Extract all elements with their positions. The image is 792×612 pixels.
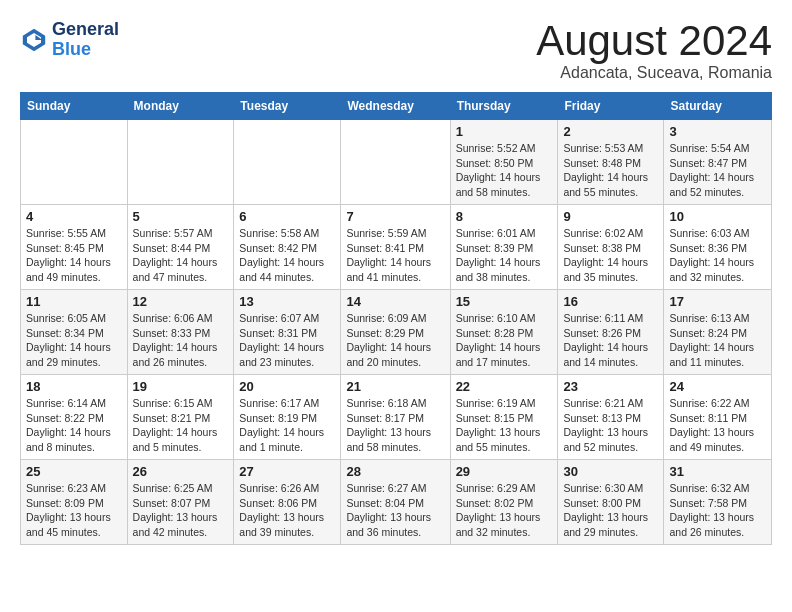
calendar-cell: 4Sunrise: 5:55 AM Sunset: 8:45 PM Daylig… <box>21 205 128 290</box>
day-info: Sunrise: 6:30 AM Sunset: 8:00 PM Dayligh… <box>563 481 658 540</box>
day-info: Sunrise: 6:29 AM Sunset: 8:02 PM Dayligh… <box>456 481 553 540</box>
day-info: Sunrise: 6:23 AM Sunset: 8:09 PM Dayligh… <box>26 481 122 540</box>
calendar-cell: 5Sunrise: 5:57 AM Sunset: 8:44 PM Daylig… <box>127 205 234 290</box>
calendar-table: SundayMondayTuesdayWednesdayThursdayFrid… <box>20 92 772 545</box>
logo-icon <box>20 26 48 54</box>
day-number: 10 <box>669 209 766 224</box>
day-number: 18 <box>26 379 122 394</box>
day-info: Sunrise: 6:05 AM Sunset: 8:34 PM Dayligh… <box>26 311 122 370</box>
calendar-cell: 27Sunrise: 6:26 AM Sunset: 8:06 PM Dayli… <box>234 460 341 545</box>
day-number: 6 <box>239 209 335 224</box>
calendar-cell: 26Sunrise: 6:25 AM Sunset: 8:07 PM Dayli… <box>127 460 234 545</box>
calendar-cell: 22Sunrise: 6:19 AM Sunset: 8:15 PM Dayli… <box>450 375 558 460</box>
calendar-week-row: 11Sunrise: 6:05 AM Sunset: 8:34 PM Dayli… <box>21 290 772 375</box>
day-number: 12 <box>133 294 229 309</box>
day-number: 22 <box>456 379 553 394</box>
page-header: General Blue August 2024 Adancata, Sucea… <box>20 20 772 82</box>
day-info: Sunrise: 6:11 AM Sunset: 8:26 PM Dayligh… <box>563 311 658 370</box>
calendar-cell: 6Sunrise: 5:58 AM Sunset: 8:42 PM Daylig… <box>234 205 341 290</box>
calendar-week-row: 25Sunrise: 6:23 AM Sunset: 8:09 PM Dayli… <box>21 460 772 545</box>
day-info: Sunrise: 5:55 AM Sunset: 8:45 PM Dayligh… <box>26 226 122 285</box>
calendar-cell: 14Sunrise: 6:09 AM Sunset: 8:29 PM Dayli… <box>341 290 450 375</box>
calendar-cell: 3Sunrise: 5:54 AM Sunset: 8:47 PM Daylig… <box>664 120 772 205</box>
weekday-header: Tuesday <box>234 93 341 120</box>
calendar-cell: 31Sunrise: 6:32 AM Sunset: 7:58 PM Dayli… <box>664 460 772 545</box>
calendar-cell: 15Sunrise: 6:10 AM Sunset: 8:28 PM Dayli… <box>450 290 558 375</box>
day-number: 31 <box>669 464 766 479</box>
calendar-cell <box>127 120 234 205</box>
calendar-cell: 23Sunrise: 6:21 AM Sunset: 8:13 PM Dayli… <box>558 375 664 460</box>
day-number: 27 <box>239 464 335 479</box>
calendar-cell <box>21 120 128 205</box>
calendar-cell: 10Sunrise: 6:03 AM Sunset: 8:36 PM Dayli… <box>664 205 772 290</box>
calendar-cell: 13Sunrise: 6:07 AM Sunset: 8:31 PM Dayli… <box>234 290 341 375</box>
calendar-cell: 1Sunrise: 5:52 AM Sunset: 8:50 PM Daylig… <box>450 120 558 205</box>
calendar-cell: 30Sunrise: 6:30 AM Sunset: 8:00 PM Dayli… <box>558 460 664 545</box>
day-info: Sunrise: 6:09 AM Sunset: 8:29 PM Dayligh… <box>346 311 444 370</box>
day-number: 29 <box>456 464 553 479</box>
day-number: 25 <box>26 464 122 479</box>
logo-text: General Blue <box>52 20 119 60</box>
day-info: Sunrise: 6:25 AM Sunset: 8:07 PM Dayligh… <box>133 481 229 540</box>
day-number: 7 <box>346 209 444 224</box>
day-info: Sunrise: 5:52 AM Sunset: 8:50 PM Dayligh… <box>456 141 553 200</box>
day-number: 5 <box>133 209 229 224</box>
day-number: 4 <box>26 209 122 224</box>
day-number: 20 <box>239 379 335 394</box>
day-info: Sunrise: 6:15 AM Sunset: 8:21 PM Dayligh… <box>133 396 229 455</box>
day-number: 30 <box>563 464 658 479</box>
weekday-header: Sunday <box>21 93 128 120</box>
title-block: August 2024 Adancata, Suceava, Romania <box>536 20 772 82</box>
day-number: 14 <box>346 294 444 309</box>
weekday-header: Monday <box>127 93 234 120</box>
day-number: 11 <box>26 294 122 309</box>
day-info: Sunrise: 5:57 AM Sunset: 8:44 PM Dayligh… <box>133 226 229 285</box>
calendar-cell: 28Sunrise: 6:27 AM Sunset: 8:04 PM Dayli… <box>341 460 450 545</box>
day-number: 2 <box>563 124 658 139</box>
day-info: Sunrise: 6:26 AM Sunset: 8:06 PM Dayligh… <box>239 481 335 540</box>
day-info: Sunrise: 6:10 AM Sunset: 8:28 PM Dayligh… <box>456 311 553 370</box>
calendar-week-row: 18Sunrise: 6:14 AM Sunset: 8:22 PM Dayli… <box>21 375 772 460</box>
calendar-week-row: 1Sunrise: 5:52 AM Sunset: 8:50 PM Daylig… <box>21 120 772 205</box>
calendar-cell: 9Sunrise: 6:02 AM Sunset: 8:38 PM Daylig… <box>558 205 664 290</box>
day-info: Sunrise: 6:18 AM Sunset: 8:17 PM Dayligh… <box>346 396 444 455</box>
day-number: 19 <box>133 379 229 394</box>
day-info: Sunrise: 6:21 AM Sunset: 8:13 PM Dayligh… <box>563 396 658 455</box>
day-number: 26 <box>133 464 229 479</box>
day-number: 8 <box>456 209 553 224</box>
calendar-cell: 24Sunrise: 6:22 AM Sunset: 8:11 PM Dayli… <box>664 375 772 460</box>
day-number: 28 <box>346 464 444 479</box>
weekday-header: Friday <box>558 93 664 120</box>
calendar-cell: 11Sunrise: 6:05 AM Sunset: 8:34 PM Dayli… <box>21 290 128 375</box>
calendar-cell: 19Sunrise: 6:15 AM Sunset: 8:21 PM Dayli… <box>127 375 234 460</box>
weekday-header: Saturday <box>664 93 772 120</box>
calendar-cell: 17Sunrise: 6:13 AM Sunset: 8:24 PM Dayli… <box>664 290 772 375</box>
day-info: Sunrise: 5:59 AM Sunset: 8:41 PM Dayligh… <box>346 226 444 285</box>
month-title: August 2024 <box>536 20 772 62</box>
day-info: Sunrise: 6:02 AM Sunset: 8:38 PM Dayligh… <box>563 226 658 285</box>
calendar-cell: 21Sunrise: 6:18 AM Sunset: 8:17 PM Dayli… <box>341 375 450 460</box>
calendar-cell: 20Sunrise: 6:17 AM Sunset: 8:19 PM Dayli… <box>234 375 341 460</box>
weekday-header: Wednesday <box>341 93 450 120</box>
logo: General Blue <box>20 20 119 60</box>
calendar-cell: 7Sunrise: 5:59 AM Sunset: 8:41 PM Daylig… <box>341 205 450 290</box>
calendar-cell <box>341 120 450 205</box>
day-number: 16 <box>563 294 658 309</box>
day-info: Sunrise: 6:22 AM Sunset: 8:11 PM Dayligh… <box>669 396 766 455</box>
day-info: Sunrise: 6:19 AM Sunset: 8:15 PM Dayligh… <box>456 396 553 455</box>
location: Adancata, Suceava, Romania <box>536 64 772 82</box>
day-number: 17 <box>669 294 766 309</box>
calendar-cell: 8Sunrise: 6:01 AM Sunset: 8:39 PM Daylig… <box>450 205 558 290</box>
calendar-cell: 18Sunrise: 6:14 AM Sunset: 8:22 PM Dayli… <box>21 375 128 460</box>
calendar-cell: 16Sunrise: 6:11 AM Sunset: 8:26 PM Dayli… <box>558 290 664 375</box>
weekday-header: Thursday <box>450 93 558 120</box>
day-number: 9 <box>563 209 658 224</box>
day-info: Sunrise: 6:14 AM Sunset: 8:22 PM Dayligh… <box>26 396 122 455</box>
day-info: Sunrise: 6:13 AM Sunset: 8:24 PM Dayligh… <box>669 311 766 370</box>
day-number: 15 <box>456 294 553 309</box>
day-info: Sunrise: 6:27 AM Sunset: 8:04 PM Dayligh… <box>346 481 444 540</box>
day-info: Sunrise: 6:01 AM Sunset: 8:39 PM Dayligh… <box>456 226 553 285</box>
day-number: 23 <box>563 379 658 394</box>
calendar-cell <box>234 120 341 205</box>
day-number: 3 <box>669 124 766 139</box>
